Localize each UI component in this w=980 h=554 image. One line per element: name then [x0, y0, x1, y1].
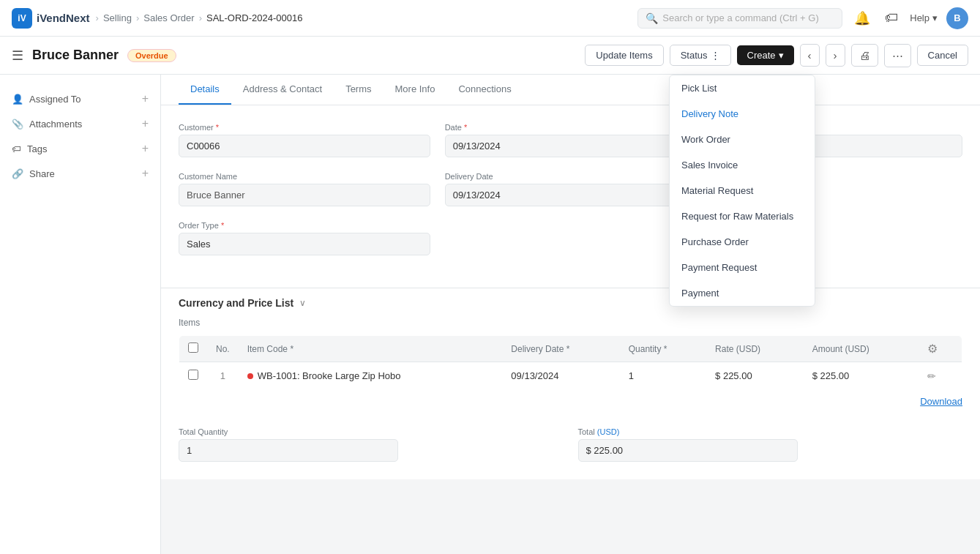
add-assigned-to-button[interactable]: + [142, 92, 149, 105]
sidebar-item-attachments[interactable]: 📎 Attachments + [0, 111, 160, 136]
logo[interactable]: iV iVendNext [12, 8, 90, 29]
order-type-group: Order Type * [179, 221, 430, 255]
item-status-dot [247, 373, 253, 379]
tab-details[interactable]: Details [179, 75, 231, 105]
notification-button[interactable]: 🔔 [851, 7, 873, 29]
total-quantity-group: Total Quantity [179, 427, 564, 462]
breadcrumb-current: SAL-ORD-2024-00016 [206, 12, 303, 23]
items-table-body: 1 WB-1001: Brooke Large Zip Hobo 09/13/2… [179, 362, 962, 390]
customer-name-group: Customer Name [179, 172, 430, 206]
prev-button[interactable]: ‹ [800, 44, 820, 67]
customer-label: Customer * [179, 123, 430, 132]
help-chevron-icon: ▾ [932, 12, 938, 23]
assigned-to-icon: 👤 [12, 94, 23, 105]
delivery-date-input[interactable] [445, 184, 697, 206]
row-amount: $ 225.00 [804, 362, 919, 390]
tab-connections[interactable]: Connections [446, 75, 523, 105]
row-edit-button[interactable]: ✏ [927, 370, 936, 382]
help-button[interactable]: Help ▾ [910, 12, 938, 23]
dropdown-item-material-request[interactable]: Material Request [670, 178, 815, 203]
breadcrumb: › Selling › Sales Order › SAL-ORD-2024-0… [96, 12, 303, 23]
currency-chevron-icon: ∨ [299, 298, 306, 308]
row-edit-cell: ✏ [919, 362, 962, 390]
row-item-code: WB-1001: Brooke Large Zip Hobo [258, 370, 401, 381]
header-quantity: Quantity * [620, 336, 706, 362]
breadcrumb-selling[interactable]: Selling [103, 12, 132, 23]
total-amount-group: Total (USD) [578, 427, 963, 462]
create-chevron-icon: ▾ [779, 50, 784, 61]
search-icon: 🔍 [646, 12, 658, 24]
add-tags-button[interactable]: + [142, 142, 149, 155]
sidebar-item-assigned-to[interactable]: 👤 Assigned To + [0, 86, 160, 111]
date-label: Date * [445, 123, 697, 132]
attachments-icon: 📎 [12, 119, 23, 130]
top-nav: iV iVendNext › Selling › Sales Order › S… [0, 0, 980, 37]
select-all-checkbox[interactable] [188, 342, 198, 353]
dropdown-item-sales-invoice[interactable]: Sales Invoice [670, 152, 815, 178]
order-type-label: Order Type * [179, 221, 430, 230]
currency-section-header[interactable]: Currency and Price List ∨ [161, 288, 980, 318]
main-layout: 👤 Assigned To + 📎 Attachments + 🏷 Tags +… [0, 75, 980, 554]
tag-button[interactable]: 🏷 [882, 7, 901, 29]
dropdown-item-request-raw-materials[interactable]: Request for Raw Materials [670, 203, 815, 229]
sidebar-item-attachments-label: Attachments [29, 119, 82, 130]
search-bar[interactable]: 🔍 Search or type a command (Ctrl + G) [637, 8, 842, 29]
avatar[interactable]: B [946, 7, 968, 29]
tab-more-info[interactable]: More Info [384, 75, 447, 105]
totals-row: Total Quantity Total (USD) [179, 427, 962, 462]
dropdown-item-work-order[interactable]: Work Order [670, 127, 815, 152]
tab-address[interactable]: Address & Contact [231, 75, 334, 105]
header-no: No. [207, 336, 239, 362]
sidebar: 👤 Assigned To + 📎 Attachments + 🏷 Tags +… [0, 75, 161, 554]
create-label: Create [747, 50, 776, 61]
sidebar-item-tags[interactable]: 🏷 Tags + [0, 136, 160, 161]
sidebar-item-share[interactable]: 🔗 Share + [0, 161, 160, 186]
search-placeholder: Search or type a command (Ctrl + G) [662, 12, 819, 23]
tab-terms[interactable]: Terms [334, 75, 383, 105]
header-rate: Rate (USD) [706, 336, 804, 362]
breadcrumb-sales-order[interactable]: Sales Order [143, 12, 194, 23]
download-button[interactable]: Download [920, 396, 962, 407]
dropdown-item-payment[interactable]: Payment [670, 280, 815, 306]
sidebar-item-assigned-to-label: Assigned To [29, 94, 81, 105]
status-button[interactable]: Status ⋮ [670, 45, 731, 66]
table-gear-button[interactable]: ⚙ [927, 342, 938, 356]
logo-text: iVendNext [37, 12, 90, 24]
form-section: Customer * Date * Cu [161, 105, 980, 288]
row-item-code-cell: WB-1001: Brooke Large Zip Hobo [239, 362, 503, 390]
date-input[interactable] [445, 135, 697, 157]
page-title: Bruce Banner [32, 48, 119, 63]
add-attachments-button[interactable]: + [142, 117, 149, 130]
tabs: Details Address & Contact Terms More Inf… [161, 75, 980, 105]
items-section: Items No. Item Code * Delivery Date * Qu… [161, 318, 980, 479]
print-button[interactable]: 🖨 [851, 44, 878, 67]
header-actions-cell: ⚙ [919, 336, 962, 362]
form-row-3: Order Type * [179, 221, 962, 255]
dropdown-item-payment-request[interactable]: Payment Request [670, 255, 815, 280]
more-button[interactable]: ⋯ [884, 44, 911, 67]
row-checkbox[interactable] [188, 370, 198, 380]
items-table: No. Item Code * Delivery Date * Quantity… [179, 335, 962, 390]
breadcrumb-sep-0: › [96, 12, 99, 23]
item-code-container: WB-1001: Brooke Large Zip Hobo [247, 370, 494, 381]
add-share-button[interactable]: + [142, 167, 149, 180]
hamburger-button[interactable]: ☰ [12, 48, 23, 64]
status-chevron-icon: ⋮ [711, 50, 720, 61]
nav-right: 🔍 Search or type a command (Ctrl + G) 🔔 … [637, 7, 968, 29]
dropdown-item-delivery-note[interactable]: Delivery Note [670, 101, 815, 127]
update-items-button[interactable]: Update Items [585, 45, 663, 66]
items-table-head: No. Item Code * Delivery Date * Quantity… [179, 336, 962, 362]
customer-name-label: Customer Name [179, 172, 430, 181]
next-button[interactable]: › [826, 44, 845, 67]
dropdown-item-pick-list[interactable]: Pick List [670, 75, 815, 101]
breadcrumb-sep-1: › [136, 12, 139, 23]
form-row-2: Customer Name Delivery Date [179, 172, 962, 206]
create-button[interactable]: Create ▾ [737, 45, 794, 65]
cancel-button[interactable]: Cancel [917, 45, 968, 66]
dropdown-item-purchase-order[interactable]: Purchase Order [670, 229, 815, 255]
customer-input[interactable] [179, 135, 430, 157]
order-type-input[interactable] [179, 233, 430, 255]
customer-name-input[interactable] [179, 184, 430, 206]
page-header-left: ☰ Bruce Banner Overdue [12, 48, 176, 64]
row-no: 1 [207, 362, 239, 390]
